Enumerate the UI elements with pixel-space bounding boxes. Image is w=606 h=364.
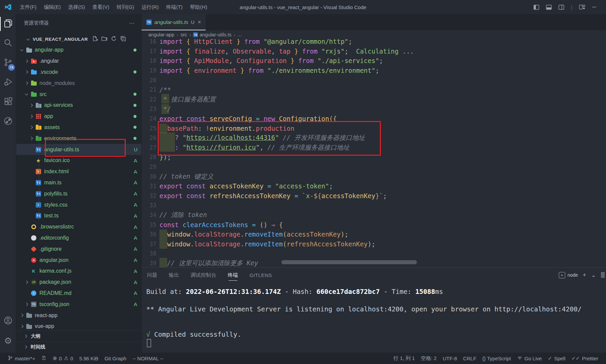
tree-file-favicon.ico[interactable]: ★favicon.icoA bbox=[16, 155, 141, 166]
tree-file-angular.json[interactable]: Aangular.jsonA bbox=[16, 254, 141, 266]
code-line-21: 21/** bbox=[142, 85, 606, 95]
status-cursor-position[interactable]: 行 1, 列 1 bbox=[390, 353, 418, 364]
tree-folder-vue-app[interactable]: vue-app bbox=[16, 321, 141, 331]
outline-section[interactable]: 大纲 bbox=[16, 331, 141, 341]
line-number: 31 bbox=[142, 183, 156, 189]
breadcrumb-item[interactable]: ... bbox=[238, 32, 242, 37]
git-status-badge: A bbox=[134, 246, 141, 252]
timeline-section[interactable]: 时间线 bbox=[16, 341, 141, 352]
menu-查看V[interactable]: 查看(V) bbox=[89, 0, 113, 14]
tree-folder-environments[interactable]: environments bbox=[16, 133, 141, 144]
collapse-folders-icon[interactable] bbox=[120, 35, 126, 43]
sidebar-item-extensions[interactable] bbox=[0, 92, 16, 112]
panel-tab-输出[interactable]: 输出 bbox=[169, 268, 179, 282]
code-area[interactable]: 16import { HttpClient } from "@angular/c… bbox=[142, 39, 606, 267]
refresh-icon[interactable] bbox=[111, 35, 117, 43]
tree-file-test.ts[interactable]: TStest.tsA bbox=[16, 210, 141, 221]
status-sync[interactable] bbox=[38, 353, 50, 364]
tree-file-polyfills.ts[interactable]: TSpolyfills.tsA bbox=[16, 188, 141, 199]
account-button[interactable] bbox=[0, 311, 16, 331]
new-file-icon[interactable] bbox=[92, 35, 98, 43]
bottom-panel: 问题输出调试控制台终端GITLENS > node + ⌄ ⫿⫿ Build a… bbox=[142, 267, 606, 353]
terminal-compiled-line: √ Compiled successfully. bbox=[146, 331, 241, 338]
panel-tab-调试控制台[interactable]: 调试控制台 bbox=[190, 268, 216, 282]
menu-帮助H[interactable]: 帮助(H) bbox=[186, 0, 211, 14]
tree-file-karma.conf.js[interactable]: Kkarma.conf.jsA bbox=[16, 266, 141, 277]
close-icon[interactable]: × bbox=[198, 19, 201, 25]
tree-file-index.html[interactable]: 5index.htmlA bbox=[16, 166, 141, 177]
tree-folder-.angular[interactable]: A.angular bbox=[16, 56, 141, 67]
status-problems[interactable]: ⊗0⚠0 bbox=[50, 353, 76, 364]
status-vim-mode[interactable]: -- NORMAL -- bbox=[129, 353, 166, 364]
tab-angular-utils[interactable]: TS angular-utils.ts U × bbox=[142, 14, 206, 30]
status-encoding[interactable]: UTF-8 bbox=[440, 353, 460, 364]
toggle-secondary-sidebar-icon[interactable] bbox=[558, 5, 564, 10]
status-go-live[interactable]: Go Live bbox=[514, 353, 545, 364]
file-type-icon: JS bbox=[31, 279, 36, 285]
customize-layout-icon[interactable] bbox=[579, 4, 585, 10]
tree-file-main.ts[interactable]: TSmain.tsA bbox=[16, 177, 141, 188]
status-git-branch[interactable]: master*+ bbox=[5, 353, 38, 364]
project-section-header[interactable]: VUE_REACT_ANGULAR bbox=[16, 33, 141, 45]
tree-file-package.json[interactable]: JSpackage.jsonA bbox=[16, 277, 141, 288]
breadcrumb-item[interactable]: src bbox=[181, 32, 187, 37]
tree-file-.editorconfig[interactable]: .editorconfigA bbox=[16, 233, 141, 244]
tree-file-README.md[interactable]: iREADME.mdA bbox=[16, 288, 141, 299]
tree-folder-node_modules[interactable]: node_modules bbox=[16, 78, 141, 89]
breadcrumb-item[interactable]: angular-app bbox=[148, 32, 174, 37]
file-type-icon: 3 bbox=[36, 202, 41, 208]
sidebar-item-source-control[interactable]: 74 bbox=[0, 53, 16, 73]
more-actions-icon[interactable]: ⋯ bbox=[129, 20, 135, 26]
status-eol[interactable]: CRLF bbox=[460, 353, 479, 364]
menu-转到G[interactable]: 转到(G) bbox=[113, 0, 138, 14]
line-number: 23 bbox=[142, 105, 156, 112]
sidebar-item-search[interactable] bbox=[0, 34, 16, 53]
tree-folder-src[interactable]: src bbox=[16, 89, 141, 100]
tree-file-angular-utils.ts[interactable]: TSangular-utils.tsU bbox=[16, 144, 141, 155]
minimize-icon[interactable] bbox=[592, 5, 597, 9]
tree-folder-angular-app[interactable]: angular-app bbox=[16, 44, 141, 56]
toggle-sidebar-icon[interactable] bbox=[534, 5, 539, 10]
status-prettier[interactable]: ✓✓Prettier bbox=[569, 353, 602, 364]
sidebar-item-gitlens[interactable] bbox=[0, 112, 16, 131]
status-spell[interactable]: ✓Spell bbox=[545, 353, 569, 364]
tree-folder-assets[interactable]: assets bbox=[16, 122, 141, 133]
sync-icon bbox=[41, 355, 47, 362]
split-terminal-icon[interactable]: ⫿⫿ bbox=[601, 272, 605, 279]
menu-选择S[interactable]: 选择(S) bbox=[64, 0, 89, 14]
tree-file-.browserslistrc[interactable]: .browserslistrcA bbox=[16, 221, 141, 233]
toggle-panel-icon[interactable] bbox=[546, 5, 552, 10]
folder-icon bbox=[26, 314, 32, 318]
sidebar-item-run-debug[interactable] bbox=[0, 73, 16, 92]
tree-folder-react-app[interactable]: react-app bbox=[16, 310, 141, 321]
new-folder-icon[interactable] bbox=[101, 35, 108, 43]
tree-file-app[interactable]: app bbox=[16, 111, 141, 122]
menu-终端T[interactable]: 终端(T) bbox=[162, 0, 186, 14]
panel-tab-问题[interactable]: 问题 bbox=[147, 268, 157, 282]
status-git-graph[interactable]: Git Graph bbox=[101, 353, 129, 364]
chevron-down-icon bbox=[20, 48, 23, 51]
menu-运行R[interactable]: 运行(R) bbox=[138, 0, 162, 14]
file-type-icon: TS bbox=[36, 191, 41, 196]
breadcrumb-item[interactable]: TSangular-utils.ts bbox=[193, 32, 231, 37]
new-terminal-icon[interactable]: + bbox=[583, 272, 586, 279]
tree-folder-.vscode[interactable]: .vscode bbox=[16, 67, 141, 78]
menu-文件F[interactable]: 文件(F) bbox=[16, 0, 40, 14]
terminal-selector[interactable]: > node bbox=[559, 272, 578, 278]
menu-编辑E[interactable]: 编辑(E) bbox=[40, 0, 64, 14]
folder-icon bbox=[31, 70, 37, 74]
tree-file-.gitignore[interactable]: .gitignoreA bbox=[16, 243, 141, 254]
tree-file-styles.css[interactable]: 3styles.cssA bbox=[16, 199, 141, 210]
terminal-output[interactable]: Build at: 2022-06-26T12:31:36.174Z - Has… bbox=[142, 282, 606, 353]
panel-tab-GITLENS[interactable]: GITLENS bbox=[249, 268, 272, 282]
status-indentation[interactable]: 空格: 2 bbox=[418, 353, 440, 364]
panel-tab-终端[interactable]: 终端 bbox=[228, 268, 238, 282]
tree-folder-api-services[interactable]: api-services bbox=[16, 100, 141, 111]
terminal-dropdown-icon[interactable]: ⌄ bbox=[591, 271, 596, 279]
sidebar-item-explorer[interactable] bbox=[0, 14, 16, 34]
horizontal-scrollbar[interactable] bbox=[281, 260, 417, 264]
status-file-size[interactable]: 5.96 KiB bbox=[76, 353, 101, 364]
status-language-mode[interactable]: {} TypeScript bbox=[479, 353, 514, 364]
tree-file-tsconfig.json[interactable]: TStsconfig.jsonA bbox=[16, 299, 141, 310]
settings-button[interactable]: ⚙ bbox=[0, 331, 16, 351]
